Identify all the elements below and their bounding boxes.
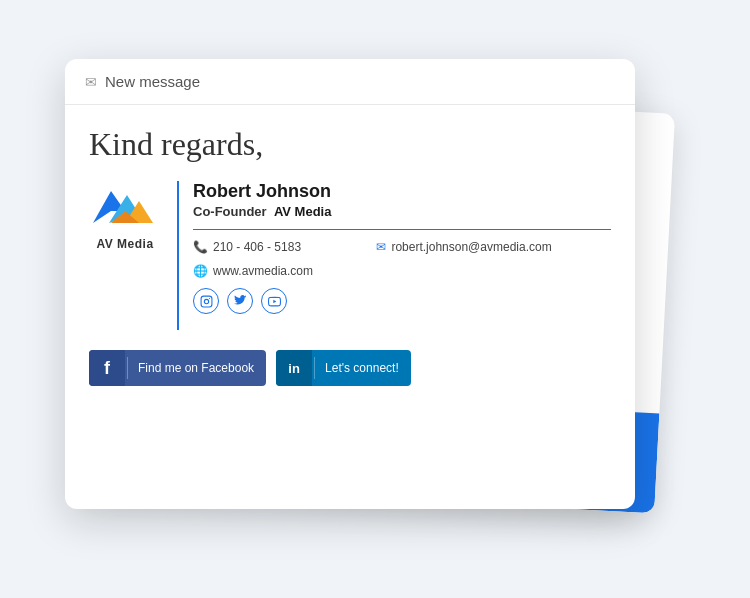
logo-container: AV Media	[89, 181, 161, 251]
person-title: Co-Founder AV Media	[193, 204, 611, 219]
svg-marker-7	[273, 300, 276, 303]
email-address: robert.johnson@avmedia.com	[391, 240, 551, 254]
email-icon: ✉	[85, 74, 97, 90]
twitter-button[interactable]	[227, 288, 253, 314]
svg-point-5	[204, 299, 208, 303]
email-header: ✉ New message	[65, 59, 635, 105]
phone-icon: 📞	[193, 240, 208, 254]
email-title: New message	[105, 73, 200, 90]
scene: LEARN ► ✉ New message Kind regards,	[65, 59, 685, 539]
svg-point-6	[208, 298, 209, 299]
linkedin-icon: in	[276, 350, 312, 386]
facebook-icon: f	[89, 350, 125, 386]
phone-number: 210 - 406 - 5183	[213, 240, 301, 254]
person-name: Robert Johnson	[193, 181, 611, 202]
contact-divider	[193, 229, 611, 230]
company-name: AV Media	[274, 204, 332, 219]
youtube-button[interactable]	[261, 288, 287, 314]
phone-item: 📞 210 - 406 - 5183	[193, 240, 360, 254]
facebook-btn-divider	[127, 357, 128, 379]
facebook-label: Find me on Facebook	[130, 361, 266, 375]
title-prefix: Co-Founder	[193, 204, 267, 219]
greeting-text: Kind regards,	[89, 125, 611, 163]
linkedin-button[interactable]: in Let's connect!	[276, 350, 411, 386]
linkedin-btn-divider	[314, 357, 315, 379]
contact-info: Robert Johnson Co-Founder AV Media 📞 210…	[177, 181, 611, 330]
logo-label: AV Media	[96, 237, 153, 251]
website-row: 🌐 www.avmedia.com	[193, 264, 611, 278]
card-body: Kind regards, AV Media	[65, 105, 635, 350]
contact-details: 📞 210 - 406 - 5183 ✉ robert.johnson@avme…	[193, 240, 611, 254]
cta-buttons: f Find me on Facebook in Let's connect!	[65, 350, 635, 406]
facebook-button[interactable]: f Find me on Facebook	[89, 350, 266, 386]
instagram-button[interactable]	[193, 288, 219, 314]
globe-icon: 🌐	[193, 264, 208, 278]
signature: AV Media Robert Johnson Co-Founder AV Me…	[89, 181, 611, 330]
svg-rect-4	[201, 296, 212, 307]
av-media-logo	[89, 181, 161, 233]
linkedin-label: Let's connect!	[317, 361, 411, 375]
card-front: ✉ New message Kind regards,	[65, 59, 635, 509]
mail-icon: ✉	[376, 240, 386, 254]
website-url: www.avmedia.com	[213, 264, 313, 278]
social-icons	[193, 288, 611, 314]
email-item: ✉ robert.johnson@avmedia.com	[376, 240, 611, 254]
